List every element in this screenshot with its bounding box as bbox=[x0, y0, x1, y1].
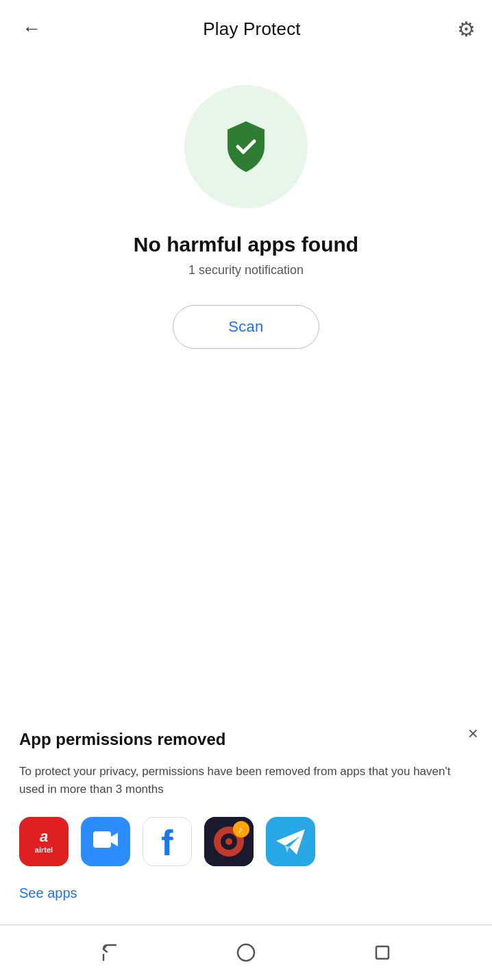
svg-text:♪: ♪ bbox=[238, 824, 243, 835]
nav-recents-button[interactable] bbox=[369, 939, 396, 966]
close-button[interactable]: × bbox=[468, 724, 478, 742]
bottom-nav bbox=[0, 925, 492, 980]
status-subtitle: 1 security notification bbox=[188, 263, 304, 278]
status-title: No harmful apps found bbox=[134, 233, 358, 256]
settings-button[interactable]: ⚙ bbox=[457, 17, 476, 41]
app-icon-facebook[interactable]: f bbox=[143, 817, 192, 866]
nav-home-button[interactable] bbox=[232, 939, 260, 966]
app-icons-row: a airtel f bbox=[19, 817, 473, 866]
app-icon-airtel[interactable]: a airtel bbox=[19, 817, 69, 866]
permissions-title: App permissions removed bbox=[19, 730, 473, 749]
svg-point-4 bbox=[225, 838, 232, 845]
app-icon-zoom[interactable] bbox=[81, 817, 130, 866]
svg-point-8 bbox=[238, 944, 254, 961]
main-content: No harmful apps found 1 security notific… bbox=[0, 58, 492, 704]
header: ← Play Protect ⚙ bbox=[0, 0, 492, 58]
back-button[interactable]: ← bbox=[16, 12, 47, 45]
shield-icon-circle bbox=[184, 85, 308, 208]
shield-icon bbox=[215, 116, 277, 177]
page-title: Play Protect bbox=[203, 19, 301, 40]
permissions-card: × App permissions removed To protect you… bbox=[0, 711, 492, 924]
app-icon-music[interactable]: ♪ bbox=[204, 817, 254, 866]
see-apps-link[interactable]: See apps bbox=[19, 885, 77, 901]
app-icon-telegram[interactable] bbox=[266, 817, 315, 866]
permissions-description: To protect your privacy, permissions hav… bbox=[19, 763, 473, 798]
svg-rect-0 bbox=[93, 831, 111, 848]
nav-back-button[interactable] bbox=[96, 939, 123, 966]
scan-button[interactable]: Scan bbox=[173, 305, 319, 349]
